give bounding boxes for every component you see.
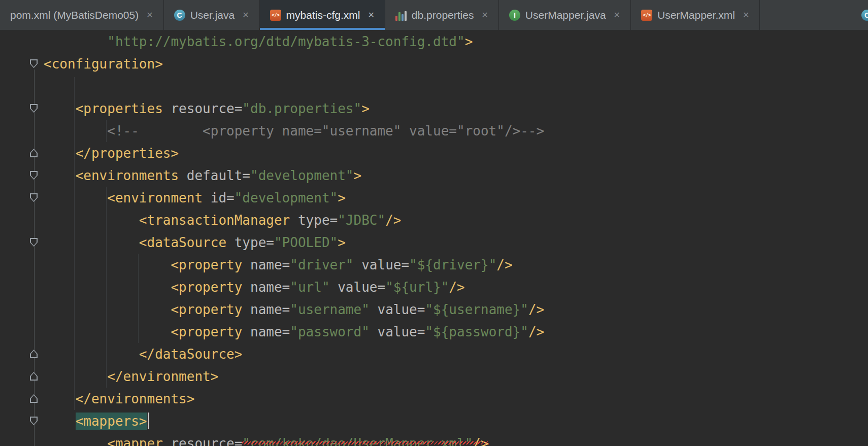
tab-label: User.java [190,9,235,21]
code-token: "JDBC" [338,213,385,228]
code-line-8[interactable]: <environment id="development"> [44,187,868,209]
fold-marker-end[interactable] [30,149,38,157]
code-token: </dataSource> [139,347,243,362]
fold-range-line [34,70,35,446]
code-token: <dataSource [139,235,235,250]
fold-icon-inner [31,373,37,380]
code-line-12[interactable]: <property name="url" value="${url}"/> [44,276,868,298]
code-token: </environment> [107,369,218,384]
error-underline [242,441,489,444]
fold-marker-end[interactable] [30,350,38,358]
code-line-15[interactable]: </dataSource> [44,343,868,365]
tab-close-icon[interactable]: ✕ [481,10,488,20]
tab-label: UserMapper.java [525,9,606,21]
tab-label: mybatis-cfg.xml [286,9,360,21]
code-token: "driver" [290,257,353,272]
code-token: "${password}" [425,324,528,339]
tab-usermapper-xml[interactable]: </>UserMapper.xml✕ [631,0,760,30]
code-line-1[interactable]: "http://mybatis.org/dtd/mybatis-3-config… [44,30,868,53]
interface-icon: I [509,10,520,21]
code-token: <transactionManager [139,213,298,228]
code-line-16[interactable]: </environment> [44,365,868,388]
code-token: > [465,34,473,49]
code-area[interactable]: "http://mybatis.org/dtd/mybatis-3-config… [44,30,868,446]
fold-marker-start[interactable] [30,59,38,68]
code-token: <configuration> [44,56,163,72]
fold-icon-inner [31,172,37,179]
tab-close-icon[interactable]: ✕ [614,10,620,20]
code-line-13[interactable]: <property name="username" value="${usern… [44,298,868,321]
code-token: value= [354,257,410,272]
code-line-10[interactable]: <dataSource type="POOLED"> [44,231,868,254]
code-line-7[interactable]: <environments default="development"> [44,164,868,187]
code-token: "${url}" [385,280,449,295]
code-line-17[interactable]: </environments> [44,388,868,410]
code-line-4[interactable]: <properties resource="db.properties"> [44,97,868,120]
tab-usermapper-java[interactable]: IUserMapper.java✕ [499,0,631,30]
xml-file-icon: </> [270,10,281,21]
code-token: <property [171,302,250,317]
code-token: <!-- <property name="username" value="ro… [107,123,544,139]
tab-close-icon[interactable]: ✕ [146,10,153,20]
code-token: name= [250,257,290,272]
code-token: <properties [76,101,171,116]
code-line-11[interactable]: <property name="driver" value="${driver}… [44,254,868,276]
fold-marker-start[interactable] [30,238,38,247]
tab-mybatis-cfg-xml[interactable]: </>mybatis-cfg.xml✕ [260,0,385,30]
code-token: name= [250,324,290,339]
icon-bar [395,16,397,21]
code-token: /> [473,436,488,446]
code-line-3[interactable] [44,75,868,97]
code-line-2[interactable]: <configuration> [44,53,868,75]
code-token: "${username}" [425,302,528,317]
code-token: resource= [171,436,242,446]
tab-close-icon[interactable]: ✕ [743,10,749,20]
properties-file-icon [395,10,407,21]
code-token: "development" [250,168,354,183]
tab-user-java[interactable]: CUser.java✕ [164,0,260,30]
code-line-9[interactable]: <transactionManager type="JDBC"/> [44,209,868,231]
xml-file-icon: </> [641,10,652,21]
tab-close-icon[interactable]: ✕ [368,10,374,20]
icon-bar [402,14,404,21]
code-token: /> [528,324,544,339]
fold-icon-inner [31,395,37,402]
code-token: /> [449,280,464,295]
editor-tab-bar: pom.xml (MyBatisDemo05)✕CUser.java✕</>my… [0,0,868,30]
fold-marker-start[interactable] [30,171,38,180]
fold-marker-start[interactable] [30,193,38,202]
code-token: <property [171,257,250,272]
fold-marker-start[interactable] [30,417,38,425]
code-token: <environments [76,168,187,183]
fold-marker-end[interactable] [30,372,38,381]
code-token: "db.properties" [242,101,361,116]
code-token: </properties> [76,146,179,161]
fold-icon-inner [31,105,37,112]
icon-bar [405,11,407,21]
icon-bar [398,12,400,21]
code-line-14[interactable]: <property name="password" value="${passw… [44,321,868,343]
code-line-18[interactable]: <mappers> [44,410,868,432]
code-token: "username" [290,302,370,317]
code-token: value= [330,280,386,295]
code-token: > [354,168,362,183]
tab-label: pom.xml (MyBatisDemo05) [10,9,139,21]
code-token: > [361,101,370,116]
code-line-6[interactable]: </properties> [44,142,868,164]
tab-db-properties[interactable]: db.properties✕ [385,0,499,30]
editor-gutter [0,30,44,446]
code-token: > [338,190,346,205]
text-caret [148,413,149,429]
tab-close-icon[interactable]: ✕ [242,10,249,20]
fold-marker-end[interactable] [30,394,38,403]
code-token: type= [235,235,274,250]
code-token: "password" [290,324,370,339]
tab-pom-xml-mybatisdemo05[interactable]: pom.xml (MyBatisDemo05)✕ [0,0,164,30]
clipped-tab-class-icon: C [861,10,868,21]
code-token: default= [187,168,250,183]
code-token: name= [250,280,290,295]
fold-marker-start[interactable] [30,104,38,113]
code-token: </environments> [76,391,195,406]
code-line-5[interactable]: <!-- <property name="username" value="ro… [44,120,868,142]
code-token: id= [211,190,235,205]
